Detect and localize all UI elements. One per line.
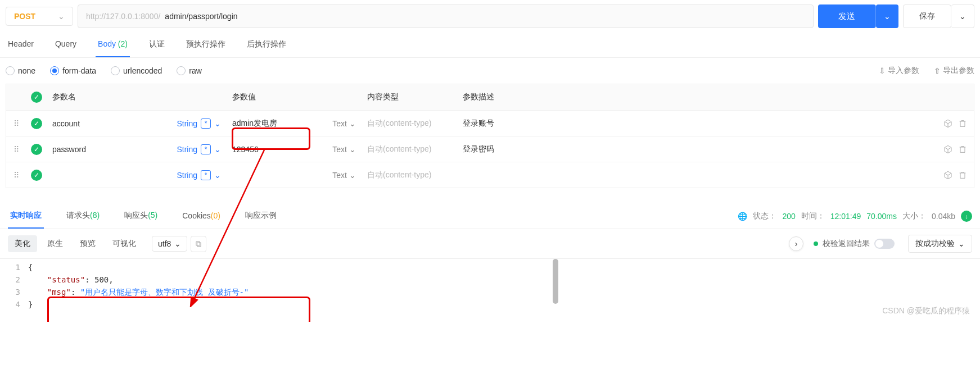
params-table: ✓ 参数名 参数值 内容类型 参数描述 ⠿ ✓ account String *… xyxy=(6,84,974,188)
radio-form-data[interactable]: form-data xyxy=(50,66,96,75)
content-type-input[interactable]: 自动(content-type) xyxy=(362,144,457,154)
param-value-input[interactable]: 123456 xyxy=(232,145,259,154)
response-status-bar: 🌐 状态： 200 时间： 12:01:49 70.00ms 大小： 0.04k… xyxy=(738,211,972,222)
col-name: 参数名 xyxy=(47,92,227,102)
param-value-input[interactable]: admin发电房 xyxy=(232,118,277,129)
row-enabled-check[interactable]: ✓ xyxy=(31,118,42,129)
drag-handle-icon[interactable]: ⠿ xyxy=(6,145,26,154)
status-code: 200 xyxy=(782,212,795,221)
radio-raw[interactable]: raw xyxy=(177,66,202,75)
export-params[interactable]: ⇧ 导出参数 xyxy=(934,66,974,76)
cube-icon[interactable] xyxy=(943,145,952,154)
row-enabled-check[interactable]: ✓ xyxy=(31,170,42,181)
content-type-input[interactable]: 自动(content-type) xyxy=(362,170,457,180)
tab-response-example[interactable]: 响应示例 xyxy=(243,204,279,229)
chevron-down-icon: ⌄ xyxy=(214,145,221,154)
chevron-down-icon: ⌄ xyxy=(959,12,966,21)
param-desc-input[interactable]: 登录密码 xyxy=(457,144,929,154)
param-type-select[interactable]: String * ⌄ xyxy=(177,170,221,180)
send-button[interactable]: 发送 xyxy=(818,4,876,28)
scrollbar-thumb[interactable] xyxy=(553,259,558,304)
view-beautify[interactable]: 美化 xyxy=(8,235,37,252)
view-preview[interactable]: 预览 xyxy=(73,235,102,252)
collapse-right-icon[interactable]: › xyxy=(789,236,803,251)
value-type-select[interactable]: Text ⌄ xyxy=(332,145,356,154)
col-desc: 参数描述 xyxy=(457,92,929,102)
table-row: ⠿ ✓ account String * ⌄ admin发电房 Text ⌄ 自… xyxy=(6,110,974,136)
tab-realtime-response[interactable]: 实时响应 xyxy=(8,204,44,229)
status-time: 12:01:49 xyxy=(830,212,861,221)
param-type-select[interactable]: String * ⌄ xyxy=(177,144,221,154)
status-size: 0.04kb xyxy=(932,212,955,221)
http-method-label: POST xyxy=(14,12,58,21)
url-path: admin/passport/login xyxy=(165,12,813,21)
cube-icon[interactable] xyxy=(943,171,952,180)
star-icon: * xyxy=(201,144,211,154)
view-visual[interactable]: 可视化 xyxy=(106,235,143,252)
save-dropdown[interactable]: ⌄ xyxy=(951,4,974,28)
drag-handle-icon[interactable]: ⠿ xyxy=(6,171,26,180)
http-method-select[interactable]: POST ⌄ xyxy=(6,7,73,26)
tab-cookies[interactable]: Cookies(0) xyxy=(180,204,223,228)
url-input-group[interactable]: http://127.0.0.1:8000/ admin/passport/lo… xyxy=(78,4,814,28)
col-ctype: 内容类型 xyxy=(362,92,457,102)
import-params[interactable]: ⇩ 导入参数 xyxy=(879,66,919,76)
watermark: CSDN @爱吃瓜的程序猿 xyxy=(882,306,970,316)
param-type-select[interactable]: String * ⌄ xyxy=(177,118,221,129)
param-name-input[interactable]: password xyxy=(52,145,86,154)
row-enabled-check[interactable]: ✓ xyxy=(31,144,42,155)
tab-post[interactable]: 后执行操作 xyxy=(245,33,288,57)
chevron-down-icon: ⌄ xyxy=(58,12,65,21)
check-all[interactable]: ✓ xyxy=(31,92,42,103)
radio-none[interactable]: none xyxy=(6,66,35,75)
tab-auth[interactable]: 认证 xyxy=(147,33,167,57)
globe-icon: 🌐 xyxy=(738,212,747,221)
param-name-input[interactable]: account xyxy=(52,119,80,128)
status-duration: 70.00ms xyxy=(866,212,897,221)
encoding-select[interactable]: utf8 ⌄ xyxy=(152,236,187,252)
chevron-down-icon: ⌄ xyxy=(958,239,965,248)
chevron-down-icon: ⌄ xyxy=(884,12,891,21)
tab-response-headers[interactable]: 响应头(5) xyxy=(122,204,160,229)
tab-pre[interactable]: 预执行操作 xyxy=(184,33,228,57)
chevron-down-icon: ⌄ xyxy=(174,239,181,248)
cube-icon[interactable] xyxy=(943,119,952,128)
content-type-input[interactable]: 自动(content-type) xyxy=(362,118,457,129)
save-button[interactable]: 保存 xyxy=(903,4,951,28)
verify-result: 校验返回结果 xyxy=(814,239,895,249)
tab-body[interactable]: Body (2) xyxy=(96,33,130,57)
table-header-row: ✓ 参数名 参数值 内容类型 参数描述 xyxy=(6,84,974,110)
verify-by-success-button[interactable]: 按成功校验 ⌄ xyxy=(908,235,972,253)
drag-handle-icon[interactable]: ⠿ xyxy=(6,119,26,128)
value-type-select[interactable]: Text ⌄ xyxy=(332,171,356,180)
col-value: 参数值 xyxy=(227,92,362,102)
chevron-down-icon: ⌄ xyxy=(214,119,221,128)
status-dot-icon xyxy=(814,241,818,246)
chevron-down-icon: ⌄ xyxy=(214,171,221,180)
download-icon[interactable]: ↓ xyxy=(961,211,972,222)
table-row: ⠿ ✓ password String * ⌄ 123456 Text ⌄ 自动… xyxy=(6,136,974,162)
view-raw[interactable]: 原生 xyxy=(40,235,70,252)
delete-icon[interactable] xyxy=(958,119,967,128)
table-row: ⠿ ✓ String * ⌄ Text ⌄ 自动(content-type) xyxy=(6,162,974,188)
tab-request-headers[interactable]: 请求头(8) xyxy=(64,204,102,229)
copy-icon[interactable]: ⧉ xyxy=(191,236,206,252)
delete-icon[interactable] xyxy=(958,145,967,154)
param-desc-input[interactable]: 登录账号 xyxy=(457,118,929,129)
verify-toggle[interactable] xyxy=(874,239,895,249)
value-type-select[interactable]: Text ⌄ xyxy=(332,119,356,128)
tab-query[interactable]: Query xyxy=(53,33,79,57)
url-host: http://127.0.0.1:8000/ xyxy=(78,12,165,21)
delete-icon[interactable] xyxy=(958,171,967,180)
line-gutter: 1234 xyxy=(0,261,28,311)
response-body: 1234 { "status": 500, "msg": "用户名只能是字母、数… xyxy=(0,259,980,322)
tab-header[interactable]: Header xyxy=(6,33,36,57)
star-icon: * xyxy=(201,118,211,129)
radio-urlencoded[interactable]: urlencoded xyxy=(111,66,162,75)
send-dropdown[interactable]: ⌄ xyxy=(876,4,898,28)
star-icon: * xyxy=(201,170,211,180)
